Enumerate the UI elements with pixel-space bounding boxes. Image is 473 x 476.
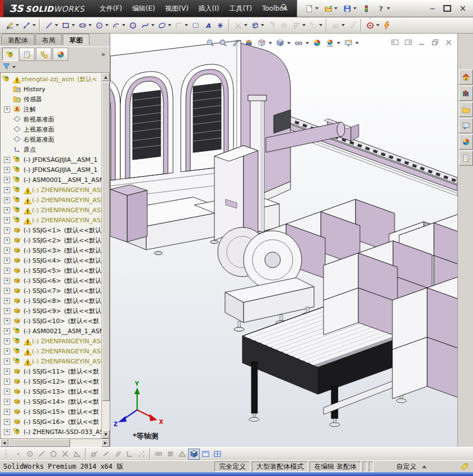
tab-草图[interactable]: 草图 <box>63 34 90 45</box>
sn-dots[interactable] <box>135 449 147 460</box>
maximize-button[interactable] <box>443 5 451 12</box>
sn-mid[interactable] <box>100 449 112 460</box>
status-custom[interactable]: 自定义 <box>396 462 416 472</box>
fm-property-icon[interactable] <box>19 48 35 61</box>
tree-item[interactable]: +(-) SSJG<8>(默认<<默认 <box>1 296 101 306</box>
expand-icon[interactable]: + <box>4 207 10 213</box>
sn-length[interactable] <box>153 449 165 460</box>
expand-icon[interactable]: + <box>4 157 10 163</box>
expand-icon[interactable]: + <box>4 308 10 314</box>
tree-item[interactable]: +(-) SSJG<12>(默认<<默 <box>1 376 101 386</box>
sn-angle[interactable] <box>71 449 83 460</box>
circle-icon-dropdown[interactable] <box>105 24 109 26</box>
tree-item[interactable]: +(-) SSJG<6>(默认<<默认 <box>1 276 101 286</box>
lights-icon[interactable] <box>360 2 372 15</box>
hud-display-style-icon-dropdown[interactable] <box>287 42 291 44</box>
tp-properties-icon[interactable] <box>459 151 473 166</box>
rectangle-icon[interactable] <box>59 18 72 32</box>
tag-icon[interactable] <box>460 463 469 471</box>
tp-appearance-icon[interactable] <box>459 134 473 150</box>
fm-config-icon[interactable] <box>36 48 51 61</box>
menu-item[interactable]: 工具(T) <box>224 0 257 17</box>
expand-icon[interactable]: + <box>4 348 10 354</box>
scroll-right-icon[interactable]: ▶ <box>101 439 110 447</box>
tree-item[interactable]: +(-) ZHENPANGEYIN_ASM <box>1 215 101 225</box>
sn-parallel[interactable] <box>112 449 124 460</box>
expand-icon[interactable]: + <box>4 268 10 274</box>
sn-pane1[interactable] <box>200 449 212 460</box>
filter-icon[interactable] <box>2 62 11 72</box>
panel-overflow-chevron[interactable]: » <box>101 50 107 58</box>
sn-grid[interactable] <box>165 449 176 460</box>
fm-display-icon[interactable] <box>53 48 68 61</box>
sn-cross[interactable] <box>59 449 71 460</box>
tree-item[interactable]: +(-) ZHENPANGEYIN_ASM <box>1 205 101 215</box>
pattern-icon[interactable] <box>290 18 302 32</box>
tree-item[interactable]: +(-) ZHENPANGEYIN_ASM <box>1 195 101 205</box>
convert-entities-icon-dropdown[interactable] <box>261 24 264 26</box>
expand-icon[interactable]: + <box>4 429 10 435</box>
vp-close-icon[interactable] <box>444 38 453 48</box>
slot-icon-dropdown[interactable] <box>88 24 92 26</box>
hud-hide-show-icon-dropdown[interactable] <box>306 42 309 44</box>
vp-restore-icon[interactable] <box>431 38 439 48</box>
tree-item[interactable]: +(-) SSJG<3>(默认<<默认 <box>1 245 101 255</box>
expand-icon[interactable]: + <box>4 187 10 193</box>
rectangle-icon-dropdown[interactable] <box>72 24 75 26</box>
tab-装配体[interactable]: 装配体 <box>1 34 35 45</box>
sn-cube[interactable] <box>188 449 200 460</box>
sn-triangle[interactable] <box>176 449 188 460</box>
tree-item[interactable]: +(-) ZHENPANGEYIN_ASM <box>1 185 101 195</box>
sn-center[interactable] <box>24 449 36 460</box>
tree-item[interactable]: +(-) SSJG<11>(默认<<默 <box>1 366 101 376</box>
tree-item[interactable]: +(-) JFDKSAGJIJIA__ASM_1 <box>1 165 101 175</box>
expand-icon[interactable]: + <box>4 227 10 234</box>
sketch-icon-dropdown[interactable] <box>16 24 19 26</box>
menu-item[interactable]: 插入(I) <box>194 0 224 17</box>
hud-view-orientation-icon[interactable] <box>256 37 268 49</box>
relations-icon[interactable] <box>329 18 341 32</box>
tree-item[interactable]: +(-) SSJG<1>(默认<<默认 <box>1 225 101 235</box>
tree-item[interactable]: History <box>1 84 101 94</box>
hud-scene-icon[interactable] <box>324 37 336 49</box>
scroll-thumb[interactable] <box>102 82 110 401</box>
fillet-icon[interactable] <box>172 18 185 32</box>
line-icon[interactable] <box>43 18 55 32</box>
menu-item[interactable]: 视图(V) <box>160 0 194 17</box>
trim-icon-dropdown[interactable] <box>244 24 247 26</box>
pattern-icon-dropdown[interactable] <box>302 24 306 26</box>
filter-dropdown-icon[interactable] <box>12 66 16 68</box>
relations-icon-dropdown[interactable] <box>341 24 345 26</box>
tree-item[interactable]: +(-) SSJG<7>(默认<<默认 <box>1 286 101 296</box>
circle-icon[interactable] <box>93 18 105 32</box>
line-icon-dropdown[interactable] <box>55 24 58 26</box>
tree-item[interactable]: +(-) SSJG<14>(默认<<默 <box>1 396 101 407</box>
expand-icon[interactable]: + <box>4 358 10 365</box>
tree-item[interactable]: 上视基准面 <box>1 124 101 134</box>
open-icon[interactable] <box>322 2 334 15</box>
point-icon[interactable] <box>214 18 226 32</box>
tp-palette-icon[interactable] <box>459 118 473 133</box>
tree-item[interactable]: +(-) SSJG<4>(默认<<默认 <box>1 255 101 265</box>
scroll-down-icon[interactable]: ▼ <box>102 430 110 438</box>
expand-icon[interactable]: + <box>4 419 10 425</box>
slot-icon[interactable] <box>76 18 88 32</box>
expand-icon[interactable]: + <box>4 409 10 415</box>
sn-pane2[interactable] <box>212 449 223 460</box>
hud-zoom-fit-icon[interactable] <box>204 37 216 49</box>
tree-item[interactable]: +(-) SSJG<13>(默认<<默 <box>1 386 101 396</box>
hud-hide-show-icon[interactable] <box>293 37 305 49</box>
expand-icon[interactable]: + <box>4 288 10 294</box>
tp-resources-icon[interactable] <box>459 69 473 85</box>
tree-item[interactable]: +(-) SSJG<16>(默认<<默 <box>1 417 101 427</box>
expand-icon[interactable]: + <box>4 298 10 304</box>
expand-icon[interactable]: + <box>4 106 10 113</box>
expand-icon[interactable]: + <box>4 167 10 173</box>
expand-icon[interactable]: + <box>4 368 10 375</box>
tree-item[interactable]: +(-) ZHENPANGEYIN_ASM <box>1 346 101 356</box>
tree-item[interactable]: +(-) ZHENPANGEYIN_ASM <box>1 356 101 366</box>
expand-icon[interactable]: + <box>4 197 10 203</box>
sn-line[interactable] <box>36 449 48 460</box>
hud-zoom-area-icon[interactable] <box>217 37 229 49</box>
tp-explorer-icon[interactable] <box>459 102 473 117</box>
